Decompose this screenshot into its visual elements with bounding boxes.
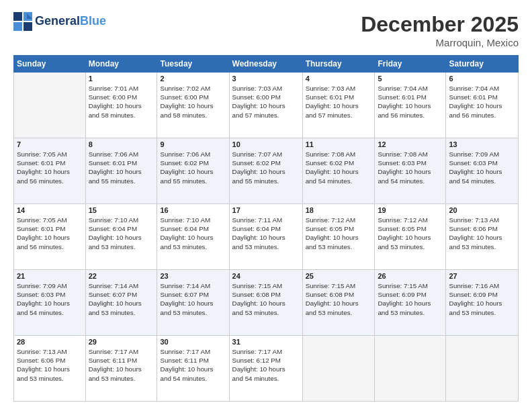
day-info: Sunrise: 7:05 AM Sunset: 6:01 PM Dayligh… [17, 150, 83, 185]
day-number: 23 [160, 272, 226, 280]
col-saturday: Saturday [446, 56, 519, 73]
day-info: Sunrise: 7:14 AM Sunset: 6:07 PM Dayligh… [160, 281, 226, 317]
table-cell: 18Sunrise: 7:12 AM Sunset: 6:05 PM Dayli… [302, 204, 375, 270]
day-number: 20 [449, 206, 515, 214]
day-number: 11 [306, 140, 372, 148]
table-cell: 26Sunrise: 7:15 AM Sunset: 6:09 PM Dayli… [375, 270, 446, 336]
logo: GeneralBlue [13, 12, 106, 31]
day-number: 5 [378, 75, 443, 83]
table-cell: 22Sunrise: 7:14 AM Sunset: 6:07 PM Dayli… [85, 270, 157, 336]
table-cell: 19Sunrise: 7:12 AM Sunset: 6:05 PM Dayli… [375, 204, 446, 270]
day-info: Sunrise: 7:05 AM Sunset: 6:01 PM Dayligh… [17, 216, 83, 251]
day-number: 6 [449, 75, 515, 83]
day-info: Sunrise: 7:06 AM Sunset: 6:02 PM Dayligh… [160, 150, 226, 185]
logo-icon [13, 12, 32, 31]
day-number: 25 [306, 272, 372, 280]
day-info: Sunrise: 7:06 AM Sunset: 6:01 PM Dayligh… [89, 150, 154, 185]
table-cell: 6Sunrise: 7:04 AM Sunset: 6:01 PM Daylig… [446, 73, 519, 138]
table-cell: 28Sunrise: 7:13 AM Sunset: 6:06 PM Dayli… [14, 336, 86, 402]
day-number: 15 [89, 206, 154, 214]
svg-rect-3 [24, 22, 32, 31]
day-number: 27 [449, 272, 515, 280]
table-cell: 27Sunrise: 7:16 AM Sunset: 6:09 PM Dayli… [446, 270, 519, 336]
day-number: 7 [17, 140, 83, 148]
day-info: Sunrise: 7:14 AM Sunset: 6:07 PM Dayligh… [89, 281, 154, 317]
table-cell: 16Sunrise: 7:10 AM Sunset: 6:04 PM Dayli… [157, 204, 229, 270]
day-info: Sunrise: 7:03 AM Sunset: 6:00 PM Dayligh… [232, 84, 300, 120]
day-info: Sunrise: 7:04 AM Sunset: 6:01 PM Dayligh… [449, 84, 515, 120]
day-number: 17 [232, 206, 300, 214]
table-cell [302, 336, 375, 402]
day-info: Sunrise: 7:01 AM Sunset: 6:00 PM Dayligh… [89, 84, 154, 120]
table-cell: 5Sunrise: 7:04 AM Sunset: 6:01 PM Daylig… [375, 73, 446, 138]
col-tuesday: Tuesday [157, 56, 229, 73]
day-number: 3 [232, 75, 300, 83]
day-info: Sunrise: 7:15 AM Sunset: 6:08 PM Dayligh… [232, 281, 300, 317]
table-cell [446, 336, 519, 402]
day-number: 4 [306, 75, 372, 83]
day-info: Sunrise: 7:16 AM Sunset: 6:09 PM Dayligh… [449, 281, 515, 317]
svg-rect-2 [13, 22, 22, 31]
day-number: 31 [232, 338, 300, 346]
table-cell: 13Sunrise: 7:09 AM Sunset: 6:03 PM Dayli… [446, 138, 519, 204]
day-number: 2 [160, 75, 226, 83]
calendar-header-row: Sunday Monday Tuesday Wednesday Thursday… [14, 56, 519, 73]
day-info: Sunrise: 7:08 AM Sunset: 6:02 PM Dayligh… [306, 150, 372, 185]
table-cell: 2Sunrise: 7:02 AM Sunset: 6:00 PM Daylig… [157, 73, 229, 138]
col-thursday: Thursday [302, 56, 375, 73]
day-number: 10 [232, 140, 300, 148]
table-cell: 31Sunrise: 7:17 AM Sunset: 6:12 PM Dayli… [229, 336, 302, 402]
day-number: 18 [306, 206, 372, 214]
table-cell: 10Sunrise: 7:07 AM Sunset: 6:02 PM Dayli… [229, 138, 302, 204]
table-cell: 9Sunrise: 7:06 AM Sunset: 6:02 PM Daylig… [157, 138, 229, 204]
day-number: 24 [232, 272, 300, 280]
header: GeneralBlue December 2025 Marroquin, Mex… [13, 12, 519, 48]
day-info: Sunrise: 7:08 AM Sunset: 6:03 PM Dayligh… [378, 150, 443, 185]
table-cell: 20Sunrise: 7:13 AM Sunset: 6:06 PM Dayli… [446, 204, 519, 270]
table-cell: 4Sunrise: 7:03 AM Sunset: 6:01 PM Daylig… [302, 73, 375, 138]
logo-text: GeneralBlue [35, 15, 106, 28]
col-monday: Monday [85, 56, 157, 73]
table-cell: 29Sunrise: 7:17 AM Sunset: 6:11 PM Dayli… [85, 336, 157, 402]
day-info: Sunrise: 7:12 AM Sunset: 6:05 PM Dayligh… [378, 216, 443, 251]
day-info: Sunrise: 7:03 AM Sunset: 6:01 PM Dayligh… [306, 84, 372, 120]
table-cell: 11Sunrise: 7:08 AM Sunset: 6:02 PM Dayli… [302, 138, 375, 204]
table-cell: 12Sunrise: 7:08 AM Sunset: 6:03 PM Dayli… [375, 138, 446, 204]
month-title: December 2025 [361, 12, 519, 37]
table-cell: 3Sunrise: 7:03 AM Sunset: 6:00 PM Daylig… [229, 73, 302, 138]
table-cell [375, 336, 446, 402]
table-cell: 8Sunrise: 7:06 AM Sunset: 6:01 PM Daylig… [85, 138, 157, 204]
table-cell: 1Sunrise: 7:01 AM Sunset: 6:00 PM Daylig… [85, 73, 157, 138]
location: Marroquin, Mexico [361, 37, 519, 48]
logo-line1: General [35, 14, 80, 28]
table-cell: 17Sunrise: 7:11 AM Sunset: 6:04 PM Dayli… [229, 204, 302, 270]
table-cell: 15Sunrise: 7:10 AM Sunset: 6:04 PM Dayli… [85, 204, 157, 270]
col-wednesday: Wednesday [229, 56, 302, 73]
table-cell: 23Sunrise: 7:14 AM Sunset: 6:07 PM Dayli… [157, 270, 229, 336]
day-info: Sunrise: 7:10 AM Sunset: 6:04 PM Dayligh… [160, 216, 226, 251]
day-info: Sunrise: 7:09 AM Sunset: 6:03 PM Dayligh… [449, 150, 515, 185]
day-info: Sunrise: 7:04 AM Sunset: 6:01 PM Dayligh… [378, 84, 443, 120]
table-cell: 24Sunrise: 7:15 AM Sunset: 6:08 PM Dayli… [229, 270, 302, 336]
table-cell: 14Sunrise: 7:05 AM Sunset: 6:01 PM Dayli… [14, 204, 86, 270]
day-number: 1 [89, 75, 154, 83]
svg-rect-0 [13, 12, 22, 21]
day-info: Sunrise: 7:17 AM Sunset: 6:12 PM Dayligh… [232, 347, 300, 383]
table-cell [14, 73, 86, 138]
col-sunday: Sunday [14, 56, 86, 73]
day-number: 26 [378, 272, 443, 280]
day-number: 14 [17, 206, 83, 214]
day-info: Sunrise: 7:09 AM Sunset: 6:03 PM Dayligh… [17, 281, 83, 317]
table-cell: 25Sunrise: 7:15 AM Sunset: 6:08 PM Dayli… [302, 270, 375, 336]
day-info: Sunrise: 7:13 AM Sunset: 6:06 PM Dayligh… [449, 216, 515, 251]
day-number: 29 [89, 338, 154, 346]
day-number: 8 [89, 140, 154, 148]
col-friday: Friday [375, 56, 446, 73]
day-number: 13 [449, 140, 515, 148]
page: GeneralBlue December 2025 Marroquin, Mex… [0, 0, 532, 411]
logo-line2: Blue [80, 14, 106, 28]
day-number: 12 [378, 140, 443, 148]
day-number: 28 [17, 338, 83, 346]
day-info: Sunrise: 7:15 AM Sunset: 6:08 PM Dayligh… [306, 281, 372, 317]
day-number: 21 [17, 272, 83, 280]
